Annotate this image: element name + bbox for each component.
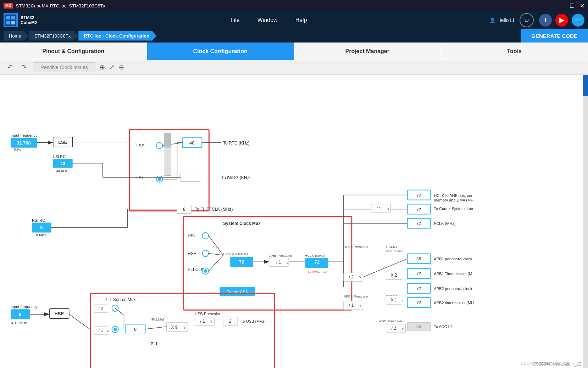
- svg-text:2: 2: [229, 319, 232, 324]
- scrollbar-thumb[interactable]: [583, 75, 588, 96]
- svg-text:/ 2: / 2: [99, 306, 104, 311]
- svg-text:SYSCLK (MHz): SYSCLK (MHz): [223, 252, 248, 256]
- svg-text:72: 72: [239, 259, 244, 265]
- svg-text:APB1 peripheral clock: APB1 peripheral clock: [434, 257, 472, 261]
- svg-text:40: 40: [60, 161, 65, 166]
- svg-rect-3: [6, 21, 10, 24]
- menu-window[interactable]: Window: [257, 17, 278, 23]
- fit-button[interactable]: ⤢: [109, 63, 115, 71]
- svg-text:KHz: KHz: [14, 147, 22, 152]
- svg-point-52: [202, 232, 209, 239]
- svg-text:∨: ∨: [106, 329, 109, 333]
- svg-text:/ 1: / 1: [276, 260, 281, 265]
- menu-file[interactable]: File: [231, 17, 240, 23]
- breadcrumb-device[interactable]: STM32F103C8Tx: [29, 31, 78, 41]
- youtube-icon[interactable]: ▶: [555, 14, 568, 27]
- titlebar: MX STM32CubeMX RTC.ioc: STM32F103C8Tx — …: [0, 0, 588, 11]
- svg-text:∨: ∨: [387, 207, 389, 211]
- svg-text:HSI RC: HSI RC: [32, 218, 45, 222]
- title-left: MX STM32CubeMX RTC.ioc: STM32F103C8Tx: [4, 3, 105, 9]
- svg-text:8: 8: [19, 312, 21, 317]
- svg-text:PCLK1: PCLK1: [386, 245, 398, 249]
- svg-text:To Cortex System time: To Cortex System time: [434, 206, 473, 211]
- svg-text:/ 2: / 2: [392, 326, 396, 331]
- svg-text:8: 8: [40, 225, 43, 230]
- zoom-in-button[interactable]: ⊕: [100, 63, 105, 71]
- svg-text:HCLK (MHz): HCLK (MHz): [305, 254, 325, 257]
- svg-text:72 MHz max: 72 MHz max: [307, 270, 327, 273]
- zoom-out-button[interactable]: ⊖: [119, 63, 124, 71]
- svg-text:8: 8: [134, 327, 137, 332]
- svg-text:36: 36: [416, 256, 421, 261]
- svg-text:memory and DMA (MH: memory and DMA (MH: [434, 198, 474, 202]
- logo-cube: [4, 13, 18, 27]
- tab-project-manager[interactable]: Project Manager: [294, 43, 441, 60]
- svg-text:APB2 timer clocks (MH: APB2 timer clocks (MH: [434, 301, 474, 305]
- clock-diagram: Input frequency 32.768 KHz LSE LSI RC 40…: [0, 75, 588, 368]
- svg-text:∨: ∨: [359, 304, 361, 307]
- svg-text:∨: ∨: [210, 319, 212, 323]
- svg-text:∨: ∨: [401, 327, 404, 330]
- svg-text:/ 1: / 1: [99, 328, 104, 333]
- menubar: STM32 CubeMX File Window Help 👤 Hello LI…: [0, 11, 588, 29]
- svg-text:∨: ∨: [359, 275, 361, 279]
- svg-text:To USB (MHz): To USB (MHz): [241, 319, 266, 323]
- tab-pinout[interactable]: Pinout & Configuration: [0, 43, 147, 60]
- svg-rect-1: [6, 16, 10, 19]
- breadcrumb-bar: Home STM32F103C8Tx RTC.ioc - Clock Confi…: [0, 29, 588, 43]
- tab-tools[interactable]: Tools: [441, 43, 588, 60]
- social-icons: f ▶ 🐦: [539, 14, 584, 27]
- svg-rect-37: [181, 173, 200, 182]
- undo-button[interactable]: ↶: [5, 63, 15, 72]
- user-name: Hello LI: [498, 17, 514, 23]
- svg-text:To RTC (KHz): To RTC (KHz): [223, 141, 249, 146]
- logo: STM32 CubeMX: [4, 13, 38, 27]
- svg-rect-4: [11, 21, 15, 24]
- minimize-button[interactable]: —: [559, 2, 564, 9]
- svg-text:HSE: HSE: [54, 311, 64, 316]
- svg-text:HSE: HSE: [188, 251, 196, 256]
- svg-point-54: [202, 250, 209, 256]
- facebook-icon[interactable]: f: [539, 14, 552, 27]
- anniversary-badge: 10: [520, 13, 534, 27]
- logo-text: STM32 CubeMX: [21, 15, 38, 26]
- menu-help[interactable]: Help: [295, 17, 307, 23]
- clock-diagram-svg: Input frequency 32.768 KHz LSE LSI RC 40…: [0, 75, 588, 368]
- svg-text:8 MHz: 8 MHz: [36, 233, 46, 237]
- generate-code-button[interactable]: GENERATE CODE: [521, 29, 588, 43]
- svg-text:PLL: PLL: [150, 341, 159, 346]
- redo-button[interactable]: ↷: [19, 63, 29, 72]
- close-button[interactable]: ✕: [580, 2, 584, 9]
- svg-text:/ 2: / 2: [349, 274, 354, 279]
- diagram-toolbar: ↶ ↷ Resolve Clock Issues ⊕ ⤢ ⊖: [0, 60, 588, 75]
- svg-text:LSI RC: LSI RC: [53, 154, 66, 159]
- title-controls[interactable]: — ☐ ✕: [559, 2, 584, 9]
- tab-clock[interactable]: Clock Configuration: [147, 43, 294, 60]
- svg-text:APB1 Prescaler: APB1 Prescaler: [344, 245, 369, 249]
- svg-text:To ADC1,2: To ADC1,2: [434, 324, 453, 329]
- svg-text:/ 1: / 1: [377, 206, 382, 211]
- maximize-button[interactable]: ☐: [570, 2, 575, 9]
- menu-items: File Window Help: [48, 17, 489, 23]
- svg-text:APB2 peripheral clock: APB2 peripheral clock: [434, 287, 472, 291]
- svg-text:32.768: 32.768: [17, 140, 31, 146]
- svg-text:40 KHz: 40 KHz: [56, 169, 68, 173]
- svg-text:36 MHz max: 36 MHz max: [385, 249, 404, 253]
- breadcrumb-home[interactable]: Home: [4, 31, 28, 41]
- resolve-clock-button[interactable]: Resolve Clock Issues: [33, 62, 95, 72]
- svg-point-23: [156, 142, 162, 149]
- user-greeting: 👤 Hello LI: [489, 17, 514, 23]
- svg-text:To IWDG (KHz): To IWDG (KHz): [221, 175, 250, 180]
- scrollbar-track[interactable]: [583, 75, 588, 368]
- svg-text:36: 36: [416, 324, 421, 329]
- svg-rect-2: [11, 16, 15, 19]
- svg-text:∨: ∨: [286, 260, 289, 264]
- svg-text:To FLITFCLK (MHz): To FLITFCLK (MHz): [195, 207, 233, 212]
- svg-text:X 2: X 2: [391, 273, 397, 278]
- breadcrumb-current[interactable]: RTC.ioc - Clock Configuration: [78, 31, 156, 41]
- svg-text:/ 1: / 1: [349, 303, 354, 308]
- svg-point-25: [157, 177, 161, 181]
- twitter-icon[interactable]: 🐦: [572, 14, 584, 27]
- svg-text:LSE: LSE: [137, 143, 145, 148]
- svg-text:4-16 MHz: 4-16 MHz: [11, 321, 27, 325]
